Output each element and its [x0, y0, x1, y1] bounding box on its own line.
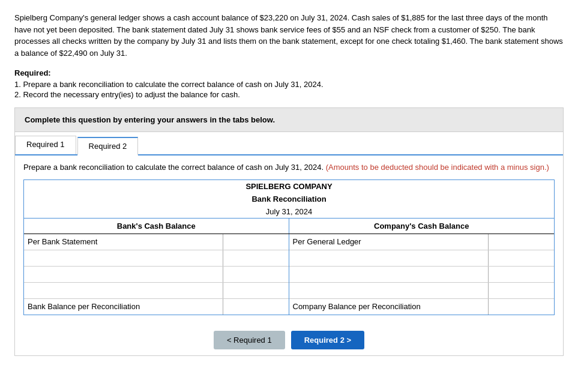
col-header-row: Bank's Cash Balance Company's Cash Balan…: [24, 218, 554, 234]
company-label-0: Per General Ledger: [289, 234, 489, 250]
tab-required2[interactable]: Required 2: [77, 137, 139, 155]
tabs-container: Required 1 Required 2 Prepare a bank rec…: [14, 132, 564, 356]
intro-paragraph: Spielberg Company's general ledger shows…: [14, 12, 564, 59]
company-row-0: Per General Ledger: [289, 234, 555, 250]
company-input-3[interactable]: [488, 283, 554, 298]
required-title: Required:: [14, 68, 564, 77]
bank-input-0[interactable]: [223, 234, 289, 250]
recon-title: Bank Reconciliation: [24, 193, 554, 205]
reconciliation-table: SPIELBERG COMPANY Bank Reconciliation Ju…: [23, 179, 555, 315]
company-input-field-4[interactable]: [489, 299, 554, 315]
instruction-text: Complete this question by entering your …: [25, 115, 553, 124]
bank-label-0: Per Bank Statement: [24, 234, 223, 250]
company-row-4: Company Balance per Reconciliation: [289, 299, 555, 315]
bank-input-3[interactable]: [223, 283, 289, 298]
tab-instruction: Prepare a bank reconciliation to calcula…: [23, 161, 555, 173]
company-row-2: [289, 267, 555, 283]
instruction-highlight: (Amounts to be deducted should be indica…: [326, 163, 549, 172]
company-input-field-2[interactable]: [489, 267, 554, 282]
bank-input-field-4[interactable]: [223, 299, 289, 315]
company-input-0[interactable]: [488, 234, 554, 250]
bank-row-2: [24, 267, 289, 283]
company-side: Per General Ledger: [289, 234, 555, 315]
required-section: Required: 1. Prepare a bank reconciliati…: [14, 68, 564, 99]
company-row-1: [289, 250, 555, 267]
bank-col-header: Bank's Cash Balance: [24, 219, 289, 234]
bank-row-4: Bank Balance per Reconciliation: [24, 299, 289, 315]
bank-row-1: [24, 250, 289, 267]
bank-input-field-2[interactable]: [223, 267, 289, 282]
recon-company-name: SPIELBERG COMPANY: [24, 180, 554, 193]
bank-label-4: Bank Balance per Reconciliation: [24, 299, 223, 315]
recon-body: Per Bank Statement: [24, 234, 554, 315]
recon-date: July 31, 2024: [24, 205, 554, 218]
company-input-field-0[interactable]: [489, 234, 554, 250]
bank-label-1: [24, 250, 223, 266]
required-item2: 2. Record the necessary entry(ies) to ad…: [14, 90, 564, 99]
company-label-3: [289, 283, 489, 298]
bank-label-3: [24, 283, 223, 298]
company-label-2: [289, 267, 489, 282]
company-label-4: Company Balance per Reconciliation: [289, 299, 489, 315]
next-button[interactable]: Required 2 >: [291, 331, 364, 349]
bank-input-1[interactable]: [223, 250, 289, 266]
bank-input-field-1[interactable]: [223, 250, 289, 266]
tabs-row: Required 1 Required 2: [15, 132, 563, 155]
company-input-1[interactable]: [488, 250, 554, 266]
company-input-2[interactable]: [488, 267, 554, 282]
instruction-box: Complete this question by entering your …: [14, 107, 564, 132]
prev-button[interactable]: < Required 1: [214, 331, 285, 349]
required-item1: 1. Prepare a bank reconciliation to calc…: [14, 80, 564, 89]
company-col-header: Company's Cash Balance: [289, 219, 555, 234]
company-label-1: [289, 250, 489, 266]
bank-input-field-3[interactable]: [223, 283, 289, 298]
tab-required1[interactable]: Required 1: [15, 136, 76, 154]
bank-input-4[interactable]: [223, 299, 289, 315]
bank-input-2[interactable]: [223, 267, 289, 282]
bank-input-field-0[interactable]: [223, 234, 289, 250]
bank-row-3: [24, 283, 289, 299]
bank-side: Per Bank Statement: [24, 234, 289, 315]
tab-content: Prepare a bank reconciliation to calcula…: [15, 155, 563, 355]
company-input-4[interactable]: [488, 299, 554, 315]
bank-label-2: [24, 267, 223, 282]
company-row-3: [289, 283, 555, 299]
company-input-field-1[interactable]: [489, 250, 554, 266]
recon-header-bg: SPIELBERG COMPANY Bank Reconciliation Ju…: [24, 180, 554, 218]
instruction-normal: Prepare a bank reconciliation to calcula…: [23, 163, 326, 172]
company-input-field-3[interactable]: [489, 283, 554, 298]
bank-row-0: Per Bank Statement: [24, 234, 289, 250]
footer-nav: < Required 1 Required 2 >: [23, 321, 555, 355]
